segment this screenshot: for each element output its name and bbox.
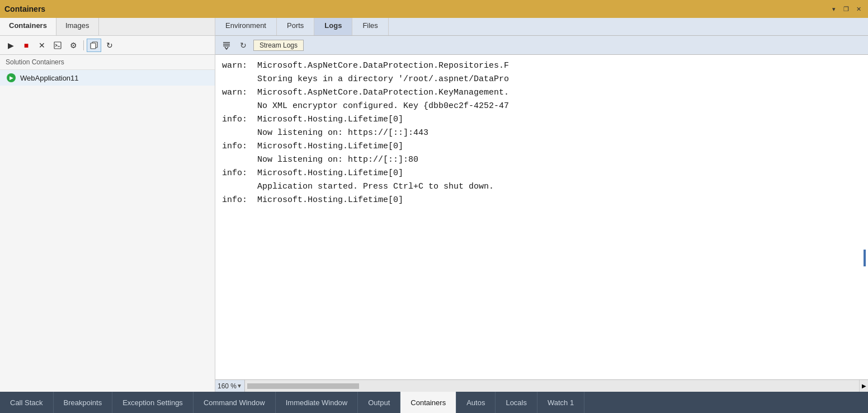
bottom-tab-call-stack[interactable]: Call Stack [0,392,54,413]
app-title: Containers [4,4,45,13]
stop-button[interactable]: ■ [19,39,34,52]
zoom-dropdown-icon[interactable]: ▼ [237,383,242,389]
minimize-button[interactable]: ▾ [829,4,839,14]
tab-environment[interactable]: Environment [215,18,277,35]
zoom-selector[interactable]: 160 % ▼ [215,380,245,392]
svg-rect-3 [91,43,96,49]
play-button[interactable]: ▶ [3,39,18,52]
section-header: Solution Containers [0,55,215,70]
scroll-thumb[interactable] [247,383,359,389]
log-area[interactable]: warn: Microsoft.AspNetCore.DataProtectio… [215,55,868,379]
bottom-tab-containers[interactable]: Containers [400,392,456,413]
tab-files[interactable]: Files [352,18,388,35]
terminal-button[interactable] [50,39,65,52]
bottom-tab-immediate-window[interactable]: Immediate Window [276,392,358,413]
toolbar-sep [83,40,84,50]
container-status-icon: ▶ [7,73,16,82]
log-content: warn: Microsoft.AspNetCore.DataProtectio… [222,59,861,207]
close-button[interactable]: ✕ [853,4,864,14]
zoom-value: 160 % [218,382,237,390]
tab-images[interactable]: Images [56,18,99,35]
remove-button[interactable]: ✕ [35,39,49,52]
left-panel: Containers Images ▶ ■ ✕ ⚙ ↻ Solution Con… [0,18,215,392]
scroll-to-end-button[interactable] [220,39,233,52]
refresh-logs-button[interactable]: ↻ [237,39,250,52]
tab-logs[interactable]: Logs [314,18,352,35]
window-controls: ▾ ❐ ✕ [829,4,864,14]
bottom-tab-watch1[interactable]: Watch 1 [537,392,584,413]
title-bar: Containers ▾ ❐ ✕ [0,0,868,18]
bottom-tab-breakpoints[interactable]: Breakpoints [54,392,113,413]
bottom-tab-output[interactable]: Output [358,392,400,413]
bottom-tab-autos[interactable]: Autos [456,392,496,413]
main-container: Containers Images ▶ ■ ✕ ⚙ ↻ Solution Con… [0,18,868,392]
status-bar: 160 % ▼ ▶ [215,379,868,392]
tab-ports[interactable]: Ports [277,18,314,35]
scroll-position-indicator [864,250,866,266]
left-toolbar: ▶ ■ ✕ ⚙ ↻ [0,36,215,55]
stream-logs-button[interactable]: Stream Logs [253,40,304,51]
right-toolbar: ↻ Stream Logs [215,36,868,55]
container-name: WebApplication11 [20,74,79,82]
refresh-button[interactable]: ↻ [102,39,117,52]
scroll-right-button[interactable]: ▶ [859,380,868,392]
bottom-tab-bar: Call Stack Breakpoints Exception Setting… [0,392,868,413]
container-item[interactable]: ▶ WebApplication11 [0,70,215,86]
horizontal-scrollbar[interactable] [245,380,859,392]
left-tab-bar: Containers Images [0,18,215,36]
settings-button[interactable]: ⚙ [66,39,81,52]
restore-button[interactable]: ❐ [841,4,851,14]
bottom-tab-command-window[interactable]: Command Window [194,392,276,413]
bottom-tab-exception-settings[interactable]: Exception Settings [112,392,194,413]
copy-button[interactable] [87,39,101,52]
right-panel: Environment Ports Logs Files ↻ Stream Lo… [215,18,868,392]
tab-containers[interactable]: Containers [0,18,56,35]
bottom-tab-locals[interactable]: Locals [496,392,537,413]
right-tab-bar: Environment Ports Logs Files [215,18,868,36]
